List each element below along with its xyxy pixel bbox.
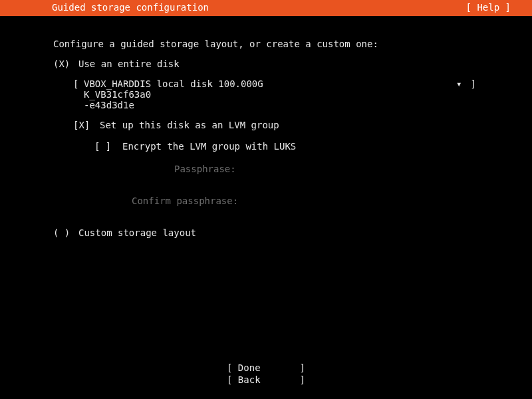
checkbox-lvm[interactable]: [X] [73,120,90,132]
help-button[interactable]: [ Help ] [466,2,523,14]
disk-select-open[interactable]: [ [73,78,84,90]
done-button[interactable]: [ Done ] [227,362,305,374]
disk-select-line3[interactable]: -e43d3d1e [84,100,134,112]
footer-buttons: [ Done ] [ Back ] [0,362,532,386]
label-lvm: Set up this disk as an LVM group [100,120,279,132]
back-button[interactable]: [ Back ] [227,374,305,386]
disk-select-line2[interactable]: K_VB31cf63a0 [84,89,151,101]
label-custom: Custom storage layout [78,227,196,239]
intro-text: Configure a guided storage layout, or cr… [53,39,378,51]
label-confirm-passphrase: Confirm passphrase: [132,196,238,207]
label-passphrase: Passphrase: [174,164,236,176]
radio-entire-disk[interactable]: (X) [53,59,70,70]
radio-custom[interactable]: ( ) [53,227,70,239]
content-area: Configure a guided storage layout, or cr… [0,21,532,399]
label-luks: Encrypt the LVM group with LUKS [122,141,296,153]
page-title: Guided storage configuration [9,2,209,14]
chevron-down-icon[interactable]: ▾ [456,78,462,90]
disk-select-line1[interactable]: VBOX_HARDDIS local disk 100.000G [84,78,263,90]
label-entire-disk: Use an entire disk [78,59,180,70]
title-bar: Guided storage configuration [ Help ] [0,0,532,16]
checkbox-luks[interactable]: [ ] [94,141,111,153]
disk-select-close[interactable]: ] [465,78,476,90]
